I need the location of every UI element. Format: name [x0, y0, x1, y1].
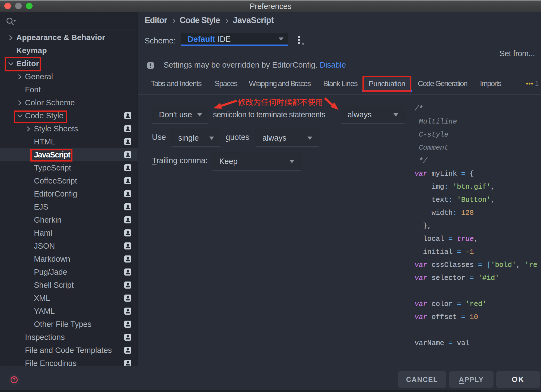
svg-text:1: 1 [535, 81, 539, 87]
svg-text:?: ? [13, 377, 15, 382]
